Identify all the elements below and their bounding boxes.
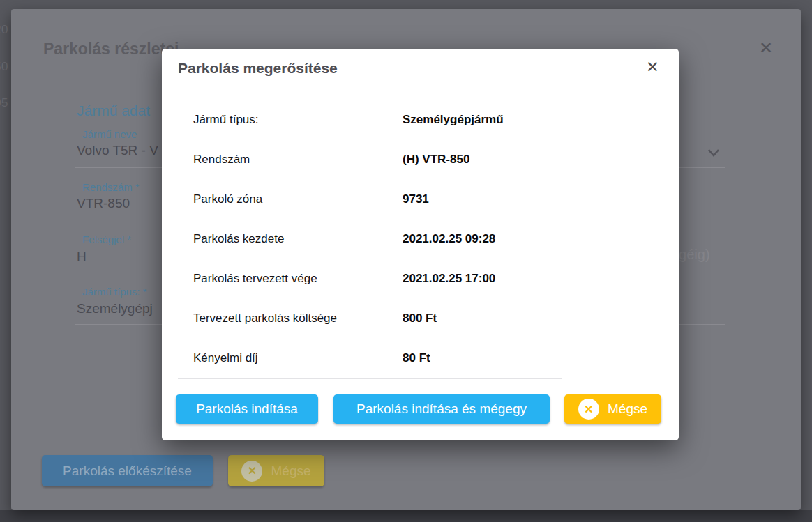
chevron-down-icon[interactable] bbox=[706, 145, 721, 160]
background-number: 05 bbox=[0, 96, 10, 110]
row-label: Parkolás tervezett vége bbox=[193, 272, 403, 286]
row-value: Személygépjármű bbox=[403, 113, 504, 127]
row-label: Jármű típus: bbox=[193, 113, 403, 127]
country-code-label: Felségjel * bbox=[82, 233, 131, 245]
plate-input[interactable]: VTR-850 bbox=[77, 196, 130, 211]
vehicle-data-section-title: Jármű adat bbox=[77, 102, 150, 119]
row-value: (H) VTR-850 bbox=[403, 153, 469, 167]
row-planned-end: Parkolás tervezett vége 2021.02.25 17:00 bbox=[162, 259, 679, 298]
row-label: Tervezett parkolás költsége bbox=[193, 312, 403, 325]
prepare-parking-button[interactable]: Parkolás előkészítése bbox=[42, 455, 213, 486]
country-code-input[interactable]: H bbox=[77, 249, 87, 264]
confirmation-buttons: Parkolás indítása Parkolás indítása és m… bbox=[176, 394, 665, 424]
cancel-button-label: Mégse bbox=[608, 401, 647, 417]
background-number: 50 bbox=[0, 60, 10, 74]
vehicle-type-value[interactable]: Személygépj bbox=[77, 301, 153, 316]
backdrop-bottom-band bbox=[0, 510, 812, 522]
row-value: 2021.02.25 09:28 bbox=[403, 232, 495, 246]
details-modal-buttons: Parkolás előkészítése ✕ Mégse bbox=[42, 455, 324, 486]
row-label: Kényelmi díj bbox=[193, 351, 403, 365]
row-value: 2021.02.25 17:00 bbox=[403, 272, 495, 286]
vehicle-name-value[interactable]: Volvo T5R - V bbox=[77, 143, 158, 158]
start-parking-and-another-button[interactable]: Parkolás indítása és mégegy bbox=[333, 394, 550, 424]
row-plate: Rendszám (H) VTR-850 bbox=[162, 139, 679, 179]
row-value: 80 Ft bbox=[403, 351, 430, 365]
row-planned-cost: Tervezett parkolás költsége 800 Ft bbox=[162, 298, 679, 338]
cancel-button[interactable]: ✕ Mégse bbox=[564, 394, 661, 424]
row-label: Parkolás kezdete bbox=[193, 232, 403, 246]
cancel-x-icon: ✕ bbox=[241, 461, 262, 482]
row-value: 9731 bbox=[403, 192, 429, 206]
row-start-time: Parkolás kezdete 2021.02.25 09:28 bbox=[162, 219, 679, 259]
divider bbox=[178, 378, 562, 379]
row-label: Parkoló zóna bbox=[193, 192, 403, 206]
row-label: Rendszám bbox=[193, 153, 403, 167]
vehicle-type-label: Jármű típus: * bbox=[82, 286, 147, 298]
close-icon[interactable]: ✕ bbox=[646, 59, 659, 75]
vehicle-name-label: Jármű neve bbox=[82, 128, 137, 140]
row-value: 800 Ft bbox=[403, 312, 437, 325]
background-number: 20 bbox=[0, 23, 10, 37]
close-icon[interactable]: ✕ bbox=[759, 40, 773, 56]
row-convenience-fee: Kényelmi díj 80 Ft bbox=[162, 338, 679, 378]
cancel-button[interactable]: ✕ Mégse bbox=[228, 455, 324, 486]
confirmation-modal-title: Parkolás megerősítése bbox=[178, 60, 338, 77]
details-modal-title: Parkolás részletei bbox=[43, 40, 179, 59]
confirmation-rows: Jármű típus: Személygépjármű Rendszám (H… bbox=[162, 100, 679, 378]
cancel-button-label: Mégse bbox=[271, 463, 310, 479]
parking-confirmation-modal: Parkolás megerősítése ✕ Jármű típus: Sze… bbox=[162, 49, 679, 440]
cancel-x-icon: ✕ bbox=[578, 399, 599, 420]
row-zone: Parkoló zóna 9731 bbox=[162, 179, 679, 219]
plate-label: Rendszám * bbox=[82, 181, 140, 193]
start-parking-button[interactable]: Parkolás indítása bbox=[176, 394, 318, 424]
row-vehicle-type: Jármű típus: Személygépjármű bbox=[162, 100, 679, 139]
divider bbox=[178, 98, 663, 98]
